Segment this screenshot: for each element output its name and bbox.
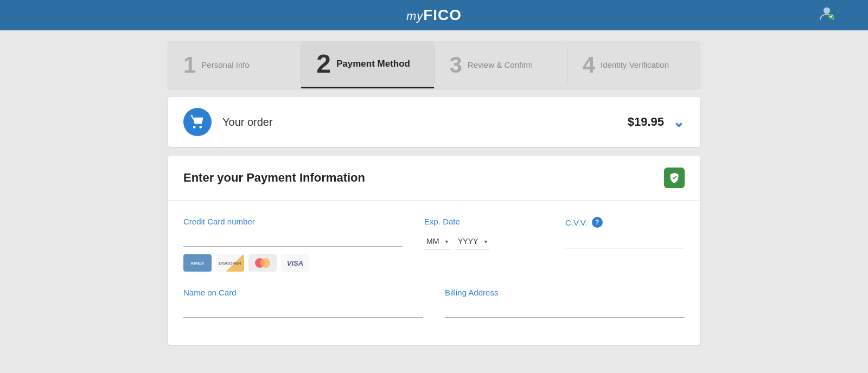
cvv-group: C.V.V. ?: [565, 217, 685, 272]
payment-form-body: Credit Card number AMEX DISCOVER: [168, 201, 700, 345]
cvv-label-row: C.V.V. ?: [565, 217, 685, 228]
secure-icon: [664, 168, 685, 188]
step-4-number: 4: [583, 54, 595, 76]
svg-point-3: [260, 258, 270, 268]
payment-form-header: Enter your Payment Information: [168, 156, 700, 201]
step-2-number: 2: [316, 51, 331, 77]
billing-address-label: Billing Address: [445, 288, 685, 297]
name-on-card-label: Name on Card: [183, 288, 423, 297]
step-3-number: 3: [450, 54, 462, 76]
name-on-card-group: Name on Card: [183, 288, 423, 318]
billing-address-input[interactable]: [445, 301, 685, 318]
step-3-review-confirm[interactable]: 3 Review & Confirm: [435, 41, 567, 88]
exp-month-wrapper: MM 01020304 05060708 09101112: [424, 234, 450, 249]
cvv-help-icon[interactable]: ?: [592, 217, 603, 228]
payment-row-1: Credit Card number AMEX DISCOVER: [183, 217, 685, 272]
step-1-label: Personal Info: [201, 60, 249, 70]
step-1-personal-info[interactable]: 1 Personal Info: [168, 41, 301, 88]
user-icon[interactable]: [818, 5, 835, 26]
card-brand-icons: AMEX DISCOVER VISA: [183, 254, 403, 272]
visa-icon: VISA: [281, 254, 309, 272]
exp-selects: MM 01020304 05060708 09101112 YYYY 20242…: [424, 234, 544, 249]
mastercard-icon: [248, 254, 277, 272]
credit-card-group: Credit Card number AMEX DISCOVER: [183, 217, 403, 272]
payment-row-2: Name on Card Billing Address: [183, 288, 685, 318]
logo-my: my: [406, 9, 423, 23]
exp-date-label: Exp. Date: [424, 217, 544, 226]
cart-icon: [183, 108, 212, 136]
logo: myFICO: [406, 7, 462, 24]
order-expand-chevron[interactable]: ⌄: [673, 114, 685, 131]
cvv-input[interactable]: [565, 232, 685, 248]
step-4-identity-verification[interactable]: 4 Identity Verification: [567, 41, 700, 88]
name-on-card-input[interactable]: [183, 301, 423, 318]
order-price: $19.95: [628, 115, 664, 129]
exp-year-select[interactable]: YYYY 2024202520262027 202820292030: [456, 234, 489, 249]
svg-point-0: [824, 8, 830, 14]
exp-year-wrapper: YYYY 2024202520262027 202820292030: [456, 234, 489, 249]
header: myFICO: [0, 0, 868, 30]
amex-icon: AMEX: [183, 254, 212, 272]
step-4-label: Identity Verification: [601, 60, 669, 70]
discover-icon: DISCOVER: [216, 254, 244, 272]
credit-card-input[interactable]: [183, 230, 403, 247]
steps-nav: 1 Personal Info 2 Payment Method 3 Revie…: [168, 41, 700, 88]
step-3-label: Review & Confirm: [468, 60, 533, 70]
exp-month-select[interactable]: MM 01020304 05060708 09101112: [424, 234, 450, 249]
credit-card-label: Credit Card number: [183, 217, 403, 226]
payment-form-card: Enter your Payment Information Credit Ca…: [168, 156, 700, 345]
main-content: 1 Personal Info 2 Payment Method 3 Revie…: [168, 30, 700, 356]
payment-form-title: Enter your Payment Information: [183, 171, 365, 185]
step-2-label: Payment Method: [336, 59, 410, 69]
step-1-number: 1: [183, 54, 196, 76]
billing-address-group: Billing Address: [445, 288, 685, 318]
logo-fico: FICO: [423, 7, 462, 23]
step-2-payment-method[interactable]: 2 Payment Method: [301, 41, 433, 88]
order-summary-card: Your order $19.95 ⌄: [168, 97, 700, 147]
exp-date-group: Exp. Date MM 01020304 05060708 09101112: [424, 217, 544, 272]
cvv-label: C.V.V.: [565, 218, 588, 227]
order-label: Your order: [222, 116, 628, 128]
